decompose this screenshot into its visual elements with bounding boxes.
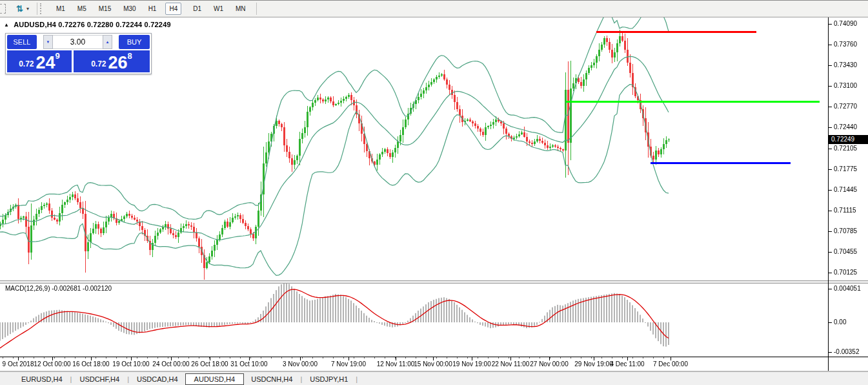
- price-tick-label: 0.71775: [834, 165, 857, 172]
- toolbar-grip[interactable]: [40, 3, 43, 14]
- buy-button[interactable]: BUY: [119, 35, 150, 49]
- buy-price-button[interactable]: 0.72 26 8: [74, 50, 150, 72]
- arrows-glyph: ⇅: [16, 5, 23, 13]
- price-tick-label: 0.73760: [834, 41, 857, 48]
- timeframe-button-h1[interactable]: H1: [148, 3, 157, 14]
- time-tick-label: 24 Oct 00:00: [152, 360, 189, 368]
- timeframe-button-m5[interactable]: M5: [77, 3, 87, 14]
- timeframe-toolbar: M1M5M15M30H1H4D1W1MN: [45, 3, 247, 15]
- collapse-panel-arrow-icon[interactable]: ▲: [4, 22, 9, 28]
- time-tick-label: 4 Dec 11:00: [610, 360, 644, 368]
- buy-price-pip: 8: [128, 51, 132, 61]
- time-tick-label: 7 Nov 19:00: [331, 360, 366, 368]
- sell-price-button[interactable]: 0.72 24 9: [7, 50, 72, 72]
- buy-price-prefix: 0.72: [91, 59, 106, 68]
- time-tick-label: 31 Oct 10:00: [230, 360, 267, 368]
- price-tick-label: 0.72105: [834, 145, 857, 152]
- tab-usdcnh-h4[interactable]: USDCNH,H4: [244, 374, 299, 384]
- time-tick-label: 26 Oct 18:00: [191, 360, 228, 368]
- volume-decrease-button[interactable]: ▼: [43, 35, 53, 49]
- toolbar: ⇅ ▾ M1M5M15M30H1H4D1W1MN: [0, 1, 868, 17]
- time-tick-label: 12 Oct 00:00: [34, 360, 70, 368]
- time-tick-label: 19 Nov 19:00: [452, 360, 491, 368]
- price-tick-label: 0.73100: [834, 82, 857, 89]
- sell-price-main: 24: [36, 54, 56, 71]
- current-price-tag: 0.72249: [829, 135, 868, 144]
- toolbar-separator: [256, 3, 257, 15]
- mt4-window: ⇅ ▾ M1M5M15M30H1H4D1W1MN ▲ AUDUSD,H4 0.7…: [0, 0, 868, 385]
- price-tick-label: 0.72440: [834, 123, 857, 130]
- sell-button[interactable]: SELL: [7, 35, 37, 49]
- price-tick-label: 0.70455: [834, 248, 857, 255]
- sell-price-prefix: 0.72: [19, 59, 34, 68]
- toolbar-separator: [37, 3, 37, 15]
- timeframe-button-mn[interactable]: MN: [235, 3, 247, 14]
- macd-tick-label: -0.00352: [834, 348, 859, 355]
- volume-input[interactable]: [53, 35, 103, 49]
- time-tick-label: 7 Dec 00:00: [653, 360, 688, 368]
- tab-usdcad-h4[interactable]: USDCAD,H4: [130, 374, 185, 384]
- time-tick-label: 16 Oct 18:00: [72, 360, 109, 368]
- timeframe-button-d1[interactable]: D1: [192, 3, 202, 14]
- timeframe-button-h4[interactable]: H4: [165, 3, 181, 15]
- time-tick-label: 19 Oct 10:00: [112, 360, 149, 368]
- macd-tick-label: 0.00: [834, 318, 846, 326]
- selection-box-icon[interactable]: [0, 4, 6, 14]
- trade-panel-prices: 0.72 24 9 0.72 26 8: [7, 50, 150, 72]
- sell-price-pip: 9: [56, 51, 60, 61]
- ohlc-text: AUDUSD,H4 0.72276 0.72280 0.72244 0.7224…: [14, 21, 171, 28]
- time-tick-label: 27 Nov 00:00: [530, 360, 569, 368]
- dropdown-arrow-icon[interactable]: ▾: [26, 6, 29, 12]
- time-tick-label: 15 Nov 00:00: [414, 360, 452, 368]
- timeframe-button-m30[interactable]: M30: [123, 3, 136, 14]
- price-tick-label: 0.73430: [834, 61, 857, 68]
- arrange-symbols-icon[interactable]: ⇅ ▾: [16, 5, 29, 13]
- tab-audusd-h4[interactable]: AUDUSD,H4: [185, 373, 245, 385]
- price-tick-label: 0.72770: [834, 103, 857, 110]
- tab-usdjpy-h1[interactable]: USDJPY,H1: [303, 374, 355, 384]
- time-tick-label: 22 Nov 11:00: [492, 360, 530, 368]
- timeframe-button-m15[interactable]: M15: [98, 3, 112, 14]
- time-tick-label: 3 Nov 00:00: [283, 360, 318, 368]
- tab-usdchf-h4[interactable]: USDCHF,H4: [72, 374, 126, 384]
- chart-ohlc-title: ▲ AUDUSD,H4 0.72276 0.72280 0.72244 0.72…: [4, 21, 171, 28]
- tab-separator: |: [355, 375, 358, 383]
- price-tick-label: 0.70125: [834, 269, 857, 276]
- timeframe-button-w1[interactable]: W1: [213, 3, 224, 14]
- trade-panel-controls: SELL ▼ ▲ BUY: [7, 35, 150, 49]
- price-tick-label: 0.71445: [834, 186, 857, 193]
- time-tick-label: 29 Nov 19:00: [574, 360, 613, 368]
- volume-increase-button[interactable]: ▲: [103, 35, 112, 49]
- price-tick-label: 0.70785: [834, 227, 857, 234]
- time-tick-label: 9 Oct 2018: [3, 360, 34, 368]
- macd-tick-label: 0.004051: [834, 285, 861, 292]
- macd-indicator-label: MACD(12,26,9) -0.002681 -0.002120: [5, 285, 112, 292]
- one-click-trading-panel: SELL ▼ ▲ BUY 0.72 24 9 0.72 26 8: [5, 33, 152, 74]
- buy-price-main: 26: [108, 54, 128, 71]
- timeframe-button-m1[interactable]: M1: [56, 3, 66, 14]
- price-tick-label: 0.71115: [834, 207, 856, 214]
- tab-eurusd-h4[interactable]: EURUSD,H4: [14, 374, 70, 384]
- price-tick-label: 0.74090: [834, 20, 857, 27]
- chart-tabs-bar: EURUSD,H4|USDCHF,H4|USDCAD,H4AUDUSD,H4US…: [0, 371, 868, 385]
- time-tick-label: 12 Nov 11:00: [377, 360, 415, 368]
